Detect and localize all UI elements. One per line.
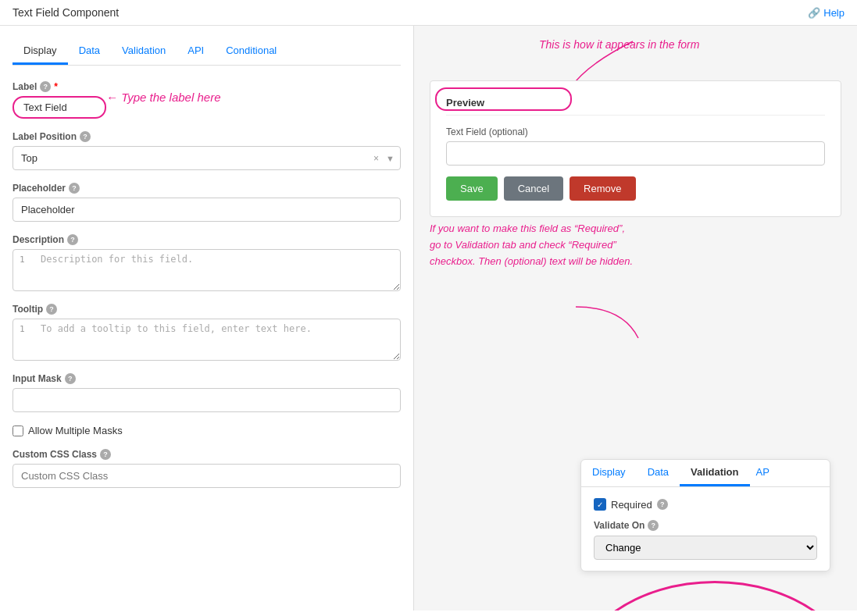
tooltip-group: Tooltip ? 1 To add a tooltip to this fie…	[12, 304, 401, 361]
input-mask-info-icon[interactable]: ?	[65, 373, 76, 384]
required-checkbox[interactable]: ✓	[594, 498, 606, 511]
title-bar: Text Field Component 🔗 Help	[0, 0, 857, 26]
vtab-data[interactable]: Data	[637, 460, 680, 486]
help-label: Help	[823, 7, 845, 19]
allow-multiple-masks-group: Allow Multiple Masks	[12, 425, 401, 436]
label-position-info-icon[interactable]: ?	[80, 131, 91, 142]
save-button[interactable]: Save	[446, 176, 498, 201]
placeholder-group: Placeholder ?	[12, 183, 401, 222]
preview-annotation: This is how it appears in the form	[539, 38, 699, 51]
placeholder-info-icon[interactable]: ?	[69, 183, 80, 194]
tooltip-info-icon[interactable]: ?	[46, 304, 57, 315]
required-row: ✓ Required ?	[594, 498, 817, 511]
required-label: Required	[611, 499, 652, 511]
label-info-icon[interactable]: ?	[40, 81, 51, 92]
label-input[interactable]	[12, 96, 106, 119]
custom-css-group: Custom CSS Class ?	[12, 449, 401, 488]
custom-css-info-icon[interactable]: ?	[100, 449, 111, 460]
validation-tab-bar: Display Data Validation AP	[581, 460, 830, 487]
custom-css-text: Custom CSS Class	[12, 449, 97, 460]
description-info-icon[interactable]: ?	[67, 234, 78, 245]
validate-on-label: Validate On ?	[594, 520, 817, 531]
tooltip-line-num: 1	[20, 324, 35, 334]
tooltip-label: Tooltip ?	[12, 304, 401, 315]
required-annotation: If you want to make this field as “Requi…	[430, 221, 633, 269]
tab-validation[interactable]: Validation	[111, 38, 177, 65]
placeholder-label: Placeholder ?	[12, 183, 401, 194]
validate-on-info-icon[interactable]: ?	[648, 520, 659, 531]
description-textarea-inner: 1 Description for this field.	[13, 250, 400, 290]
tab-conditional[interactable]: Conditional	[215, 38, 287, 65]
label-position-select[interactable]: Top Left Right Bottom	[12, 146, 401, 170]
window-title: Text Field Component	[12, 6, 119, 19]
tooltip-textarea-wrapper: 1 To add a tooltip to this field, enter …	[12, 319, 401, 361]
tooltip-placeholder: To add a tooltip to this field, enter te…	[41, 323, 312, 334]
validate-on-select[interactable]: Change Blur Submit	[594, 536, 817, 560]
window: Text Field Component 🔗 Help Display Data…	[0, 0, 857, 616]
input-mask-label: Input Mask ?	[12, 373, 401, 384]
custom-css-input[interactable]	[12, 464, 401, 488]
label-field-group: Label ? *	[12, 81, 401, 119]
allow-multiple-masks-label[interactable]: Allow Multiple Masks	[28, 425, 123, 436]
label-position-group: Label Position ? Top Left Right Bottom ×…	[12, 131, 401, 170]
required-arrow-svg	[576, 244, 654, 322]
label-position-text: Label Position	[12, 131, 77, 142]
description-label: Description ?	[12, 234, 401, 245]
tab-data[interactable]: Data	[68, 38, 111, 65]
validate-on-group: Validate On ? Change Blur Submit	[594, 520, 817, 560]
input-mask-input[interactable]	[12, 388, 401, 412]
validation-panel: Display Data Validation AP ✓ Required ?	[580, 459, 830, 571]
required-info-icon[interactable]: ?	[657, 499, 668, 510]
right-panel: This is how it appears in the form Previ…	[414, 26, 857, 611]
preview-field-input[interactable]	[446, 141, 825, 166]
vtab-display[interactable]: Display	[581, 460, 637, 486]
label-position-label: Label Position ?	[12, 131, 401, 142]
description-text: Description	[12, 234, 64, 245]
custom-css-label: Custom CSS Class ?	[12, 449, 401, 460]
select-clear-icon[interactable]: ×	[373, 153, 379, 164]
label-field-label: Label ? *	[12, 81, 401, 92]
vtab-ap[interactable]: AP	[750, 460, 776, 486]
tab-bar: Display Data Validation API Conditional	[12, 38, 401, 66]
description-group: Description ? 1 Description for this fie…	[12, 234, 401, 291]
validation-body: ✓ Required ? Validate On ? Change	[581, 487, 830, 571]
validation-circle	[570, 581, 857, 611]
preview-title: Preview	[446, 97, 825, 116]
input-mask-text: Input Mask	[12, 373, 62, 384]
tab-api[interactable]: API	[177, 38, 215, 65]
preview-arrow-svg	[523, 34, 570, 73]
tooltip-textarea-inner: 1 To add a tooltip to this field, enter …	[13, 319, 400, 360]
required-star: *	[54, 81, 58, 92]
description-textarea-wrapper: 1 Description for this field.	[12, 249, 401, 291]
cancel-button[interactable]: Cancel	[504, 176, 563, 201]
preview-field-label: Text Field (optional)	[446, 126, 825, 137]
label-text: Label	[12, 81, 37, 92]
help-link[interactable]: 🔗 Help	[808, 7, 845, 19]
tab-display[interactable]: Display	[12, 38, 68, 65]
tooltip-text: Tooltip	[12, 304, 43, 315]
placeholder-text: Placeholder	[12, 183, 66, 194]
vtab-validation[interactable]: Validation	[680, 460, 749, 486]
description-placeholder: Description for this field.	[41, 254, 193, 265]
input-mask-group: Input Mask ?	[12, 373, 401, 412]
main-content: Display Data Validation API Conditional …	[0, 26, 857, 611]
help-icon: 🔗	[808, 7, 820, 19]
description-line-num: 1	[20, 255, 35, 265]
left-panel: Display Data Validation API Conditional …	[0, 26, 414, 611]
allow-multiple-masks-checkbox[interactable]	[12, 426, 23, 436]
action-buttons: Save Cancel Remove	[446, 176, 825, 201]
label-position-select-wrapper: Top Left Right Bottom × ▼	[12, 146, 401, 170]
placeholder-input[interactable]	[12, 198, 401, 222]
preview-box: Preview Text Field (optional) Save Cance…	[430, 80, 841, 217]
remove-button[interactable]: Remove	[570, 176, 635, 201]
